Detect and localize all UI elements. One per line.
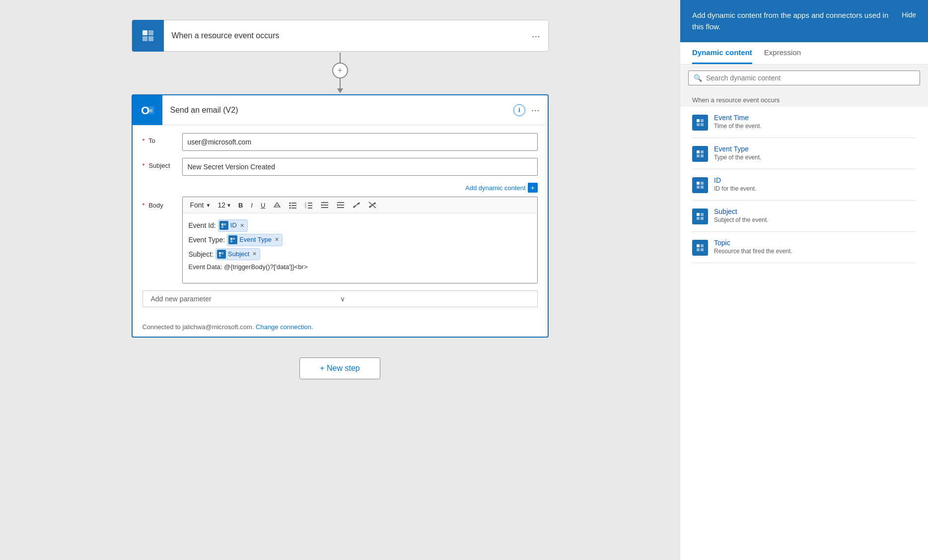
token-subject-icon <box>217 250 226 259</box>
content-item-text-4: Topic Resource that fired the event. <box>714 239 916 255</box>
svg-point-12 <box>289 205 291 207</box>
content-item-title-0: Event Time <box>714 114 916 122</box>
panel-header-text: Add dynamic content from the apps and co… <box>692 10 894 32</box>
panel-header: Add dynamic content from the apps and co… <box>680 0 928 42</box>
svg-rect-38 <box>230 240 232 242</box>
content-item[interactable]: ID ID for the event. <box>692 169 916 201</box>
info-button[interactable]: i <box>513 104 525 116</box>
email-card: O ✉ Send an email (V2) i ··· * To <box>132 94 549 338</box>
content-item[interactable]: Event Type Type of the event. <box>692 138 916 169</box>
token-id-close[interactable]: ✕ <box>240 221 244 230</box>
unlink-icon <box>368 202 376 209</box>
dynamic-content-link: Add dynamic content + <box>143 183 538 193</box>
add-dynamic-content-button[interactable]: Add dynamic content + <box>465 183 537 193</box>
content-item-icon-3 <box>692 209 708 224</box>
svg-rect-59 <box>697 213 700 216</box>
body-line-2: Event Type: <box>189 234 531 246</box>
content-item[interactable]: Topic Resource that fired the event. <box>692 232 916 263</box>
panel-hide-button[interactable]: Hide <box>894 11 916 19</box>
connector-line-top <box>340 53 341 63</box>
token-event-type-close[interactable]: ✕ <box>275 235 279 244</box>
token-event-type[interactable]: Event Type ✕ <box>227 234 283 246</box>
body-editor: Font ▼ 12 ▼ B I U <box>182 197 538 283</box>
svg-rect-50 <box>701 150 704 153</box>
underline-button[interactable]: U <box>257 200 269 211</box>
svg-rect-33 <box>224 223 226 225</box>
content-item-desc-3: Subject of the event. <box>714 216 916 223</box>
email-card-title: Send an email (V2) <box>162 106 513 115</box>
to-label: * To <box>143 133 182 144</box>
svg-rect-67 <box>701 248 704 251</box>
italic-button[interactable]: I <box>247 200 256 211</box>
svg-rect-44 <box>697 119 700 122</box>
unlink-button[interactable] <box>365 200 380 210</box>
section-label: When a resource event occurs <box>680 91 928 107</box>
token-id[interactable]: ID ✕ <box>218 219 248 232</box>
bold-button[interactable]: B <box>235 200 246 211</box>
svg-rect-54 <box>697 182 700 185</box>
token-subject-close[interactable]: ✕ <box>252 250 257 259</box>
body-label: * Body <box>143 197 182 209</box>
tab-expression[interactable]: Expression <box>764 42 801 64</box>
link-icon <box>353 202 360 209</box>
indent-increase-button[interactable] <box>333 200 348 210</box>
body-line-4: Event Data: @{triggerBody()?['data']}<br… <box>189 262 531 273</box>
body-editor-wrap: Font ▼ 12 ▼ B I U <box>182 197 538 283</box>
size-dropdown[interactable]: 12 ▼ <box>215 199 233 211</box>
body-content-area[interactable]: Event Id: <box>183 213 537 283</box>
content-item[interactable]: Event Time Time of the event. <box>692 107 916 138</box>
content-item-icon-1 <box>692 146 708 162</box>
add-parameter-row[interactable]: Add new parameter ∨ <box>143 290 538 307</box>
trigger-menu-button[interactable]: ··· <box>524 30 548 42</box>
email-card-menu-button[interactable]: ··· <box>531 104 540 116</box>
content-item-desc-4: Resource that fired the event. <box>714 248 916 255</box>
highlight-icon <box>273 201 281 209</box>
indent-decrease-button[interactable] <box>317 200 332 210</box>
to-input[interactable] <box>182 133 538 151</box>
outlook-icon: O ✉ <box>139 101 156 119</box>
tab-dynamic-content[interactable]: Dynamic content <box>692 42 752 64</box>
grid-icon-2 <box>696 181 705 190</box>
svg-line-28 <box>355 204 358 206</box>
subject-label: * Subject <box>143 158 182 169</box>
to-required-star: * <box>143 137 145 144</box>
svg-rect-34 <box>221 226 223 228</box>
email-card-actions: i ··· <box>513 104 540 116</box>
new-step-button[interactable]: + New step <box>299 357 380 379</box>
token-id-icon <box>219 221 228 230</box>
content-item-text-0: Event Time Time of the event. <box>714 114 916 130</box>
svg-rect-45 <box>701 119 704 122</box>
link-button[interactable] <box>349 200 364 210</box>
svg-rect-40 <box>219 252 221 254</box>
content-item-text-3: Subject Subject of the event. <box>714 208 916 223</box>
subject-input[interactable] <box>182 158 538 176</box>
token-event-type-icon <box>228 235 237 244</box>
svg-rect-65 <box>701 244 704 247</box>
token-subject[interactable]: Subject ✕ <box>215 248 260 261</box>
trigger-icon-wrap <box>132 20 164 52</box>
svg-text:✉: ✉ <box>148 108 152 114</box>
indent-increase-icon <box>337 202 345 209</box>
svg-rect-1 <box>143 30 147 35</box>
connection-info: Connected to jalichwa@microsoft.com. Cha… <box>133 319 548 337</box>
content-item[interactable]: Subject Subject of the event. <box>692 201 916 232</box>
highlight-button[interactable] <box>270 199 285 211</box>
content-item-desc-0: Time of the event. <box>714 123 916 130</box>
panel-tabs: Dynamic content Expression <box>680 42 928 65</box>
content-item-icon-4 <box>692 240 708 256</box>
font-dropdown-chevron: ▼ <box>206 203 211 208</box>
content-item-icon-0 <box>692 115 708 131</box>
bullet-list-icon <box>289 202 297 209</box>
bullet-list-button[interactable] <box>286 200 300 210</box>
content-item-title-2: ID <box>714 176 916 184</box>
svg-rect-49 <box>697 150 700 153</box>
new-step-wrap: + New step <box>299 357 380 379</box>
number-list-button[interactable]: 1. 2. 3. <box>301 200 316 210</box>
change-connection-link[interactable]: Change connection. <box>256 323 313 331</box>
search-input[interactable] <box>706 74 915 82</box>
svg-rect-37 <box>233 238 235 240</box>
font-dropdown[interactable]: Font ▼ <box>187 199 214 211</box>
grid-icon-4 <box>696 243 705 252</box>
content-item-desc-1: Type of the event. <box>714 154 916 161</box>
add-step-button[interactable]: + <box>332 63 348 78</box>
